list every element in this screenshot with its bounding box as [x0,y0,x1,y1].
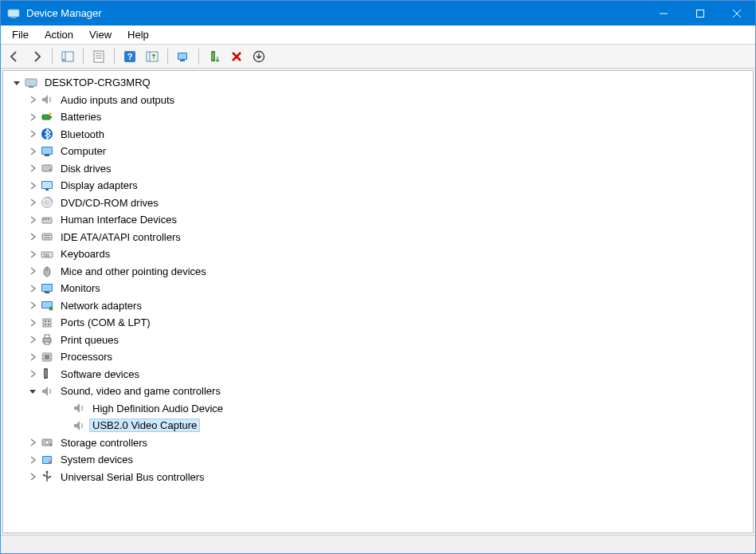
svg-rect-60 [45,292,49,293]
chevron-right-icon[interactable] [27,454,38,466]
chevron-right-icon[interactable] [27,471,38,482]
tree-root[interactable]: DESKTOP-CRG3MRQ [3,74,753,92]
svg-rect-46 [48,218,49,220]
svg-rect-20 [180,60,185,61]
chevron-down-icon[interactable] [27,386,38,397]
tree-device[interactable]: USB2.0 Video Capture [3,417,753,434]
svg-point-65 [45,320,46,322]
tree-category[interactable]: Batteries [3,108,753,126]
chevron-right-icon[interactable] [27,317,38,328]
tree-category[interactable]: Print queues [3,332,753,349]
close-button[interactable] [719,1,755,26]
tree-category[interactable]: Storage controllers [3,434,753,452]
tree-category[interactable]: Keyboards [3,246,753,263]
tree-category-label: Bluetooth [57,128,108,141]
svg-text:?: ? [127,52,133,61]
tree-category[interactable]: Sound, video and game controllers [3,383,753,400]
toolbar-uninstall[interactable] [204,47,225,66]
chevron-right-icon[interactable] [27,265,38,277]
tree-category[interactable]: Bluetooth [3,126,753,143]
toolbar-scan-hardware[interactable] [173,47,194,66]
svg-point-31 [49,112,52,116]
tree-category[interactable]: DVD/CD-ROM drives [3,194,753,212]
svg-rect-54 [48,253,49,255]
tree-category-label: Display adapters [57,179,141,192]
svg-point-85 [49,461,52,464]
minimize-button[interactable] [645,1,682,26]
chevron-right-icon[interactable] [27,249,38,260]
toolbar-forward[interactable] [26,47,47,66]
svg-rect-9 [63,59,65,61]
tree-device[interactable]: High Definition Audio Device [3,400,753,418]
chevron-right-icon[interactable] [27,368,38,379]
speaker-icon [40,385,54,398]
tree-category-label: Mice and other pointing devices [57,265,210,278]
tree-category[interactable]: IDE ATA/ATAPI controllers [3,229,753,246]
chevron-right-icon[interactable] [27,197,38,208]
tree-category[interactable]: Processors [3,348,753,366]
battery-icon [40,111,54,124]
svg-rect-49 [44,238,50,238]
svg-rect-22 [212,53,214,60]
toolbar-update-driver[interactable] [142,47,163,66]
chevron-right-icon[interactable] [27,283,38,294]
menu-file[interactable]: File [4,27,37,42]
tree-category[interactable]: Mice and other pointing devices [3,263,753,281]
tree-category[interactable]: Computer [3,143,753,160]
titlebar: Device Manager [1,1,755,26]
tree-category[interactable]: Ports (COM & LPT) [3,314,753,332]
usb-icon [40,470,54,483]
toolbar-properties[interactable] [88,47,109,66]
tree-category-label: Print queues [57,333,122,347]
tree-category[interactable]: Monitors [3,280,753,297]
chevron-right-icon[interactable] [27,214,38,226]
speaker-icon [40,93,54,106]
tree-category[interactable]: Universal Serial Bus controllers [3,469,753,486]
device-tree-panel[interactable]: DESKTOP-CRG3MRQAudio inputs and outputsB… [2,70,754,533]
toolbar-add-legacy[interactable] [249,47,269,66]
chevron-right-icon[interactable] [27,231,38,242]
svg-rect-48 [44,235,50,236]
svg-rect-35 [45,155,49,156]
tree-category-label: IDE ATA/ATAPI controllers [57,230,184,244]
maximize-button[interactable] [682,1,719,26]
chevron-right-icon[interactable] [27,300,38,311]
chevron-right-icon[interactable] [27,334,38,345]
menu-help[interactable]: Help [119,27,157,42]
menu-view[interactable]: View [81,27,119,42]
storage-icon [40,436,54,449]
svg-rect-51 [43,253,45,255]
chevron-right-icon[interactable] [27,128,38,139]
tree-category[interactable]: Human Interface Devices [3,211,753,229]
toolbar-separator [83,49,84,65]
toolbar-help[interactable]: ? [119,47,140,66]
chevron-right-icon[interactable] [27,146,38,157]
svg-rect-39 [42,182,52,188]
tree-device-label: High Definition Audio Device [89,402,226,415]
bluetooth-icon [40,128,54,140]
svg-rect-53 [46,253,48,255]
tree-category-label: Storage controllers [57,436,151,450]
chevron-right-icon[interactable] [27,180,38,191]
chevron-right-icon[interactable] [27,437,38,448]
tree-category[interactable]: Audio inputs and outputs [3,92,753,109]
hid-icon [40,214,54,226]
menu-action[interactable]: Action [37,27,81,42]
tree-category[interactable]: System devices [3,451,753,469]
chevron-right-icon[interactable] [27,94,38,105]
toolbar-back[interactable] [4,47,25,66]
tree-category[interactable]: Disk drives [3,160,753,178]
chevron-right-icon[interactable] [27,112,38,123]
chevron-right-icon[interactable] [27,352,38,363]
toolbar-disable[interactable] [226,47,247,66]
tree-category[interactable]: Software devices [3,366,753,383]
svg-rect-2 [11,17,16,18]
chevron-right-icon[interactable] [27,163,38,174]
tree-category[interactable]: Display adapters [3,177,753,194]
statusbar [1,535,755,553]
tree-category[interactable]: Network adapters [3,297,753,315]
toolbar-console-tree[interactable] [57,47,78,66]
svg-rect-45 [45,218,47,220]
chevron-down-icon[interactable] [11,77,22,88]
printer-icon [40,333,54,346]
